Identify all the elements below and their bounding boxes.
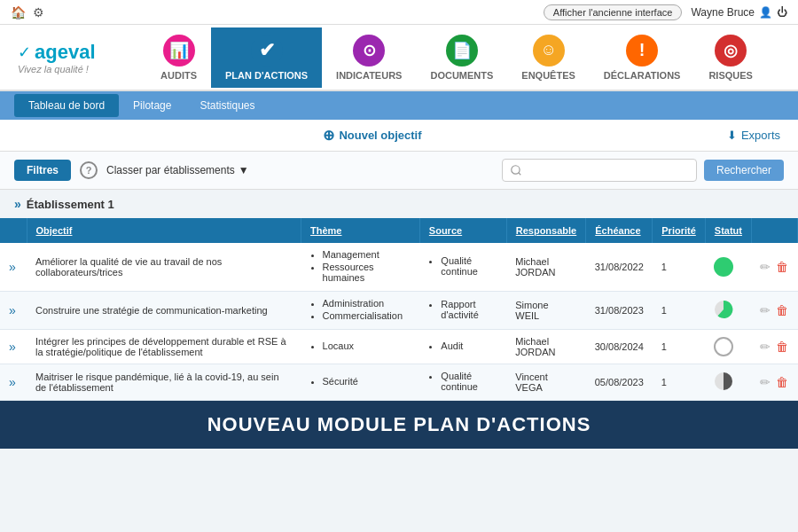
col-responsable[interactable]: Responsable — [506, 218, 585, 243]
action-bar: ⊕ Nouvel objectif ⬇ Exports — [0, 120, 798, 152]
edit-icon-3[interactable]: ✏ — [760, 340, 771, 354]
statut-2 — [705, 292, 751, 330]
col-expand — [0, 218, 27, 243]
nav-item-documents[interactable]: 📄 DOCUMENTS — [416, 27, 507, 88]
col-priorite[interactable]: Priorité — [653, 218, 706, 243]
banner-text: NOUVEAU MODULE PLAN D'ACTIONS — [207, 413, 591, 435]
delete-icon-1[interactable]: 🗑 — [776, 260, 788, 274]
delete-icon-3[interactable]: 🗑 — [776, 340, 788, 354]
download-icon: ⬇ — [727, 129, 737, 142]
user-icon: 👤 — [759, 6, 772, 19]
filter-button[interactable]: Filtres — [14, 160, 71, 181]
priorite-1: 1 — [653, 243, 706, 292]
row-actions-4: ✏ 🗑 — [751, 364, 797, 401]
subnav-tableau-de-bord[interactable]: Tableau de bord — [14, 94, 119, 117]
search-area: Rechercher — [502, 159, 784, 182]
logo-area: ✓ ageval Vivez la qualité ! — [18, 41, 133, 74]
search-button[interactable]: Rechercher — [704, 160, 784, 181]
plan-label: PLAN D'ACTIONS — [225, 70, 308, 81]
echeance-1: 31/08/2022 — [586, 243, 653, 292]
sub-nav: Tableau de bord Pilotage Statistiques — [0, 91, 798, 120]
nav-item-risques[interactable]: ◎ RISQUES — [694, 27, 767, 88]
theme-1: Management Ressources humaines — [301, 243, 420, 292]
subnav-pilotage[interactable]: Pilotage — [119, 94, 185, 117]
col-objectif[interactable]: Objectif — [27, 218, 301, 243]
edit-icon-4[interactable]: ✏ — [760, 375, 771, 389]
col-statut[interactable]: Statut — [705, 218, 751, 243]
priorite-2: 1 — [653, 292, 706, 330]
plus-icon: ⊕ — [323, 127, 334, 144]
nav-item-indicateurs[interactable]: ⊙ INDICATEURS — [322, 27, 416, 88]
declarations-label: DÉCLARATIONS — [604, 70, 681, 81]
priorite-3: 1 — [653, 330, 706, 364]
responsable-1: MichaelJORDAN — [506, 243, 585, 292]
row-expand-1[interactable]: » — [0, 243, 27, 292]
top-bar: 🏠 ⚙ Afficher l'ancienne interface Wayne … — [0, 0, 798, 25]
actions-table: Objectif Thème Source Responsable Échéan… — [0, 218, 798, 401]
sort-dropdown[interactable]: Classer par établissements ▼ — [106, 164, 249, 176]
enquetes-icon: ☺ — [533, 35, 565, 66]
status-icon-1 — [714, 257, 733, 277]
row-actions-3: ✏ 🗑 — [751, 330, 797, 364]
exports-button[interactable]: ⬇ Exports — [727, 129, 780, 142]
section-title: Établissement 1 — [27, 198, 114, 211]
chevron-down-icon: ▼ — [239, 164, 249, 176]
row-expand-2[interactable]: » — [0, 292, 27, 330]
table-container: Objectif Thème Source Responsable Échéan… — [0, 218, 798, 401]
audits-label: AUDITS — [160, 70, 197, 81]
indicateurs-icon: ⊙ — [353, 35, 385, 66]
top-bar-right: Afficher l'ancienne interface Wayne Bruc… — [544, 4, 787, 20]
audits-icon: 📊 — [163, 35, 195, 66]
col-echeance[interactable]: Échéance — [586, 218, 653, 243]
nav-item-declarations[interactable]: ! DÉCLARATIONS — [590, 27, 695, 88]
settings-icon[interactable]: ⚙ — [33, 5, 44, 20]
statut-1 — [705, 243, 751, 292]
col-source[interactable]: Source — [419, 218, 506, 243]
power-icon[interactable]: ⏻ — [777, 6, 787, 19]
responsable-2: SimoneWEIL — [506, 292, 585, 330]
edit-icon-1[interactable]: ✏ — [760, 260, 771, 274]
header-nav: ✓ ageval Vivez la qualité ! 📊 AUDITS ✔ P… — [0, 25, 798, 91]
status-icon-3 — [714, 337, 733, 356]
old-interface-button[interactable]: Afficher l'ancienne interface — [544, 4, 683, 20]
source-4: Qualité continue — [419, 364, 506, 401]
col-actions — [751, 218, 797, 243]
section-chevrons[interactable]: » — [14, 197, 21, 211]
new-objective-label: Nouvel objectif — [339, 129, 421, 142]
responsable-4: VincentVEGA — [506, 364, 585, 401]
echeance-3: 30/08/2024 — [586, 330, 653, 364]
delete-icon-4[interactable]: 🗑 — [776, 375, 788, 389]
nav-item-enquetes[interactable]: ☺ ENQUÊTES — [507, 27, 590, 88]
row-expand-3[interactable]: » — [0, 330, 27, 364]
home-icon[interactable]: 🏠 — [11, 5, 26, 20]
new-objective-button[interactable]: ⊕ Nouvel objectif — [323, 127, 421, 144]
user-info: Wayne Bruce 👤 ⏻ — [691, 6, 787, 19]
row-expand-4[interactable]: » — [0, 364, 27, 401]
delete-icon-2[interactable]: 🗑 — [776, 303, 788, 317]
responsable-3: MichaelJORDAN — [506, 330, 585, 364]
subnav-statistiques[interactable]: Statistiques — [185, 94, 269, 117]
objectif-2: Construire une stratégie de communicatio… — [27, 292, 301, 330]
search-input[interactable] — [502, 159, 697, 182]
risques-label: RISQUES — [708, 70, 753, 81]
col-theme[interactable]: Thème — [301, 218, 420, 243]
edit-icon-2[interactable]: ✏ — [760, 303, 771, 317]
sort-label: Classer par établissements — [106, 164, 235, 176]
plan-icon: ✔ — [251, 35, 283, 66]
theme-2: Administration Commercialisation — [301, 292, 420, 330]
top-bar-left: 🏠 ⚙ — [11, 5, 44, 20]
banner: NOUVEAU MODULE PLAN D'ACTIONS — [0, 401, 798, 449]
logo-brand: ageval — [35, 41, 96, 64]
objectif-1: Améliorer la qualité de vie au travail d… — [27, 243, 301, 292]
nav-item-audits[interactable]: 📊 AUDITS — [146, 27, 211, 88]
nav-item-plan[interactable]: ✔ PLAN D'ACTIONS — [211, 27, 322, 88]
table-row: » Maitriser le risque pandémique, lié à … — [0, 364, 798, 401]
table-row: » Construire une stratégie de communicat… — [0, 292, 798, 330]
objectif-4: Maitriser le risque pandémique, lié à la… — [27, 364, 301, 401]
nav-items: 📊 AUDITS ✔ PLAN D'ACTIONS ⊙ INDICATEURS … — [133, 27, 780, 88]
status-icon-2 — [714, 300, 733, 319]
statut-4 — [705, 364, 751, 401]
echeance-4: 05/08/2023 — [586, 364, 653, 401]
exports-label: Exports — [741, 129, 780, 142]
help-icon[interactable]: ? — [80, 161, 98, 179]
